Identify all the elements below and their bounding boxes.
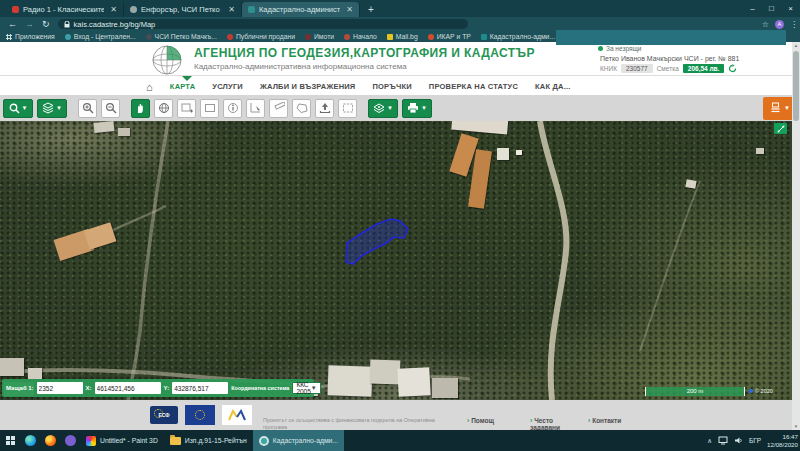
measure-distance-button[interactable] <box>269 99 288 118</box>
tab-title: Енфорсър, ЧСИ Петко Мачкър <box>141 5 222 14</box>
globe-extent-button[interactable] <box>154 99 173 118</box>
refresh-balance-icon[interactable] <box>728 64 737 73</box>
page-scrollbar[interactable]: ▲ ▼ <box>792 42 800 430</box>
viber-taskbar-icon[interactable] <box>60 430 80 451</box>
tab-poruchki[interactable]: ПОРЪЧКИ <box>372 82 411 91</box>
browser-tab[interactable]: Енфорсър, ЧСИ Петко Мачкър ✕ <box>124 2 242 17</box>
bookmark-star-icon[interactable]: ☆ <box>762 20 769 29</box>
tab-karta[interactable]: КАРТА <box>170 82 195 91</box>
tab-close-icon[interactable]: ✕ <box>228 5 235 14</box>
language-indicator[interactable]: БГР <box>749 437 761 444</box>
maximize-button[interactable]: □ <box>762 4 781 13</box>
tab-favicon <box>12 6 19 13</box>
taskbar-app-chrome-active[interactable]: Кадастрално-адми... <box>253 430 344 451</box>
start-button[interactable] <box>0 430 20 451</box>
scale-input[interactable] <box>37 382 83 394</box>
new-tab-button[interactable]: + <box>368 4 374 15</box>
network-icon[interactable] <box>718 436 728 445</box>
help-link[interactable]: ›Помощ <box>467 417 494 424</box>
zoom-in-icon <box>82 102 94 114</box>
info-button[interactable] <box>223 99 242 118</box>
accessibility-icon <box>598 46 603 51</box>
chevron-right-icon: › <box>530 417 532 424</box>
speaker-icon[interactable] <box>734 436 743 445</box>
chrome-window-icon <box>259 436 269 446</box>
browser-menu-icon[interactable]: ⋮ <box>790 20 798 29</box>
print-dropdown-button[interactable]: ▼ <box>402 99 432 118</box>
zoom-out-button[interactable] <box>101 99 120 118</box>
scroll-up-icon[interactable]: ▲ <box>792 43 800 48</box>
zoom-in-button[interactable] <box>78 99 97 118</box>
bookmark-item[interactable]: Имоти <box>305 33 334 40</box>
reload-icon[interactable]: ↻ <box>42 19 50 29</box>
tray-expand-icon[interactable]: ∧ <box>707 437 712 445</box>
browser-tabbar: Радио 1 - Класическите хит ✕ Енфорсър, Ч… <box>0 0 800 17</box>
eu-flag-logo <box>185 405 215 425</box>
y-coordinate-input[interactable] <box>172 382 228 394</box>
info-icon <box>227 102 239 114</box>
fullscreen-button[interactable] <box>774 123 787 134</box>
bookmark-item[interactable]: Начало <box>344 33 377 40</box>
taskbar-app-folder[interactable]: Изп.д.91-15-Рейтън <box>164 430 253 451</box>
select-rect-button[interactable] <box>338 99 357 118</box>
addressbar-actions: ☆ A ⋮ <box>762 17 798 31</box>
browser-tab-active[interactable]: Кадастрално-административн ✕ <box>242 2 360 17</box>
bookmark-item[interactable]: Публични продани <box>227 33 295 40</box>
close-button[interactable]: × <box>781 4 800 13</box>
select-area-button[interactable] <box>177 99 196 118</box>
measure-point-button[interactable] <box>246 99 265 118</box>
back-icon[interactable]: ← <box>8 19 17 29</box>
eu-stars-icon <box>195 410 205 420</box>
site-favicon <box>344 34 350 40</box>
x-coordinate-input[interactable] <box>95 382 161 394</box>
tab-kak-da[interactable]: КАК ДА... <box>535 82 570 91</box>
bookmark-apps[interactable]: Приложения <box>6 33 55 40</box>
chevron-down-icon: ▼ <box>22 105 28 111</box>
tab-zhalbi[interactable]: ЖАЛБИ И ВЪЗРАЖЕНИЯ <box>260 82 356 91</box>
accessibility-link[interactable]: За незрящи <box>598 45 641 52</box>
layers-dropdown-button[interactable]: ▼ <box>37 99 67 118</box>
measure-area-button[interactable] <box>292 99 311 118</box>
bookmark-item[interactable]: ЧСИ Петко Мачкъ... <box>146 33 217 40</box>
tab-close-icon[interactable]: ✕ <box>110 5 117 14</box>
site-favicon <box>481 34 487 40</box>
tab-favicon <box>130 6 137 13</box>
attribution-dot-icon <box>749 389 753 393</box>
upload-button[interactable] <box>315 99 334 118</box>
bookmark-item[interactable]: Вход - Централен... <box>65 33 136 40</box>
bookmark-item[interactable]: Кадастрално-адми... <box>481 33 555 40</box>
client-number-value: 230577 <box>621 64 653 73</box>
selected-parcel-layer <box>0 121 792 400</box>
selected-parcel-polygon[interactable] <box>346 219 408 264</box>
chevron-down-icon: ▼ <box>387 105 393 111</box>
profile-avatar[interactable]: A <box>775 20 784 29</box>
crs-select[interactable]: ККС 2005 ▼ <box>292 382 320 394</box>
forward-icon[interactable]: → <box>25 19 34 29</box>
tab-favicon <box>248 6 255 13</box>
globe-icon <box>158 102 170 114</box>
contacts-link[interactable]: ›Контакти <box>588 417 621 424</box>
dashed-select-icon <box>342 102 354 114</box>
map-canvas[interactable]: Мащаб 1: X: Y: Координатна система ККС 2… <box>0 121 792 400</box>
taskbar-app-paint3d[interactable]: Untitled* - Paint 3D <box>80 430 164 451</box>
menu-list-icon <box>770 102 781 114</box>
minimize-button[interactable]: – <box>743 4 762 13</box>
pan-tool-button-active[interactable] <box>131 99 150 118</box>
scroll-down-icon[interactable]: ▼ <box>792 424 800 429</box>
bookmark-item[interactable]: Mail.bg <box>387 33 418 40</box>
tab-uslugi[interactable]: УСЛУГИ <box>212 82 243 91</box>
taskbar-clock[interactable]: 16:47 12/08/2020 <box>767 433 798 448</box>
home-icon[interactable]: ⌂ <box>146 81 153 93</box>
extent-button[interactable] <box>200 99 219 118</box>
bookmark-item[interactable]: ИКАР и ТР <box>428 33 471 40</box>
scrollbar-thumb[interactable] <box>793 51 799 121</box>
firefox-taskbar-icon[interactable] <box>40 430 60 451</box>
search-dropdown-button[interactable]: ▼ <box>3 99 33 118</box>
overlay-info-dropdown-button[interactable]: ▼ <box>368 99 398 118</box>
edge-taskbar-icon[interactable] <box>20 430 40 451</box>
tab-proverka-status[interactable]: ПРОВЕРКА НА СТАТУС <box>429 82 518 91</box>
url-bar[interactable]: kais.cadastre.bg/bg/Map <box>58 19 468 29</box>
tab-close-icon[interactable]: ✕ <box>346 5 353 14</box>
browser-tab[interactable]: Радио 1 - Класическите хит ✕ <box>6 2 124 17</box>
balance-badge: 206,54 лв. <box>683 64 725 73</box>
